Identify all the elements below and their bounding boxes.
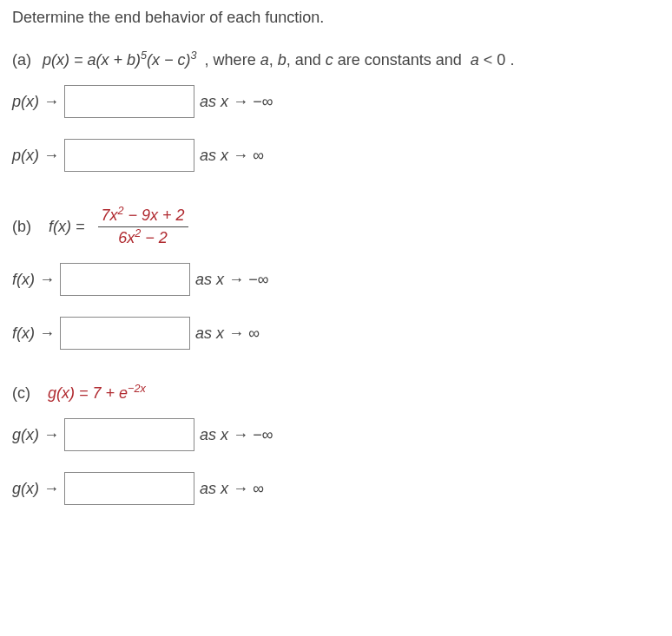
part-a-sup2: 3	[191, 49, 197, 62]
part-a-row2-fn: p(x) →	[12, 147, 59, 165]
part-a-row2-limit: as x → ∞	[200, 147, 264, 165]
instruction-text: Determine the end behavior of each funct…	[12, 9, 660, 27]
part-c-row1-fn: g(x) →	[12, 426, 59, 444]
part-c-row1-limit: as x → −∞	[200, 426, 273, 444]
part-b-row1-limit: as x → −∞	[195, 271, 268, 289]
part-a-row-1: p(x) → as x → −∞	[12, 85, 660, 118]
part-b-fnname: f(x) =	[49, 218, 85, 236]
part-c-definition: (c) g(x) = 7 + e−2x	[12, 384, 660, 403]
part-b-row2-fn: f(x) →	[12, 325, 55, 343]
part-b-definition: (b) f(x) = 7x2 − 9x + 2 6x2 − 2	[12, 207, 660, 247]
part-b-row-2: f(x) → as x → ∞	[12, 317, 660, 350]
part-c-fn: g(x) = 7 + e−2x	[48, 384, 146, 403]
part-a-fn-mid: (x − c)	[147, 51, 191, 69]
part-a-input-2[interactable]	[64, 139, 194, 172]
part-a-row1-fn: p(x) →	[12, 93, 59, 111]
part-a-row1-limit: as x → −∞	[200, 93, 273, 111]
part-c-row2-fn: g(x) →	[12, 480, 59, 498]
part-c-label: (c)	[12, 384, 30, 403]
part-a: (a) p(x) = a(x + b)5(x − c)3 , where a, …	[12, 51, 660, 172]
part-b-label: (b)	[12, 218, 31, 236]
part-b-row2-limit: as x → ∞	[195, 325, 260, 343]
part-a-fn-left: p(x) = a(x + b)	[43, 51, 141, 69]
part-c-row-1: g(x) → as x → −∞	[12, 418, 660, 451]
part-b-input-2[interactable]	[60, 317, 190, 350]
part-a-input-1[interactable]	[64, 85, 194, 118]
part-a-fn: p(x) = a(x + b)5(x − c)3	[43, 51, 197, 69]
part-b-row1-fn: f(x) →	[12, 271, 55, 289]
part-b: (b) f(x) = 7x2 − 9x + 2 6x2 − 2 f(x) → a…	[12, 207, 660, 350]
part-a-definition: (a) p(x) = a(x + b)5(x − c)3 , where a, …	[12, 51, 660, 69]
part-b-num: 7x2 − 9x + 2	[98, 207, 188, 227]
part-b-fraction: 7x2 − 9x + 2 6x2 − 2	[98, 207, 188, 247]
part-c-input-1[interactable]	[64, 418, 194, 451]
part-b-den: 6x2 − 2	[115, 227, 171, 247]
part-a-trail: , where a, b, and c are constants and a …	[201, 51, 515, 69]
part-c: (c) g(x) = 7 + e−2x g(x) → as x → −∞ g(x…	[12, 384, 660, 505]
part-c-row2-limit: as x → ∞	[200, 480, 264, 498]
part-b-input-1[interactable]	[60, 263, 190, 296]
part-b-row-1: f(x) → as x → −∞	[12, 263, 660, 296]
part-c-input-2[interactable]	[64, 472, 194, 505]
part-a-row-2: p(x) → as x → ∞	[12, 139, 660, 172]
part-a-label: (a)	[12, 51, 31, 69]
part-c-row-2: g(x) → as x → ∞	[12, 472, 660, 505]
